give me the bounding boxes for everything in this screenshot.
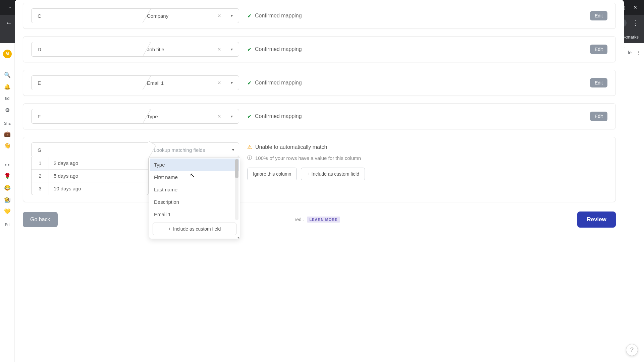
go-back-button[interactable]: Go back: [23, 212, 58, 227]
rail-section-shared: Sha: [4, 121, 11, 125]
mapping-status: ✔ Confirmed mapping: [247, 113, 582, 120]
mapping-status: ✔ Confirmed mapping: [247, 80, 582, 86]
chevron-down-icon[interactable]: ▾: [229, 47, 234, 52]
chevron-down-icon[interactable]: ▾: [229, 80, 234, 85]
dropdown-option-first-name[interactable]: First name: [150, 171, 239, 183]
clear-icon[interactable]: ×: [216, 46, 222, 53]
info-text: 100% of your rows have a value for this …: [255, 155, 361, 161]
row-number: 2: [32, 170, 49, 182]
ignore-column-button[interactable]: Ignore this column: [247, 168, 297, 180]
field-label: Email 1: [147, 80, 213, 86]
chevron-down-icon[interactable]: ▾: [232, 147, 234, 152]
field-select[interactable]: Email 1 × ▾: [142, 79, 239, 87]
mapping-row-e: E Email 1 × ▾ ✔ Confirmed mapping Edit: [23, 70, 616, 96]
dropdown-option-description[interactable]: Description: [150, 196, 239, 208]
mapping-row-g: G Lookup matching fields ▾ Type First na…: [23, 137, 616, 202]
group-emoji-3[interactable]: 🌹: [4, 173, 11, 179]
warning-line: ⚠ Unable to automatically match: [247, 144, 365, 150]
footer-text-fragment: red .: [295, 217, 304, 222]
dropdown-scroll[interactable]: Type First name Last name Description Em…: [150, 159, 239, 221]
column-chip: E Email 1 × ▾: [31, 75, 239, 90]
status-text: Confirmed mapping: [255, 13, 302, 19]
info-line: ⓘ 100% of your rows have a value for thi…: [247, 155, 365, 161]
workspace-avatar[interactable]: M: [3, 50, 12, 58]
rail-section-private: Pri: [5, 223, 9, 227]
column-letter: C: [32, 13, 142, 19]
field-label: Company: [147, 13, 213, 19]
plus-icon: +: [168, 226, 171, 232]
row-number: 3: [32, 182, 49, 195]
column-g-right: ⚠ Unable to automatically match ⓘ 100% o…: [247, 142, 365, 180]
clear-icon[interactable]: ×: [216, 79, 222, 86]
column-chip: G Lookup matching fields ▾ Type First na…: [31, 142, 239, 157]
column-letter: D: [32, 47, 142, 52]
search-icon[interactable]: 🔍: [4, 72, 11, 78]
column-chip: C Company × ▾: [31, 8, 239, 23]
edit-button[interactable]: Edit: [590, 112, 607, 121]
row-value: 10 days ago: [49, 182, 148, 195]
field-select[interactable]: Type × ▾: [142, 112, 239, 120]
chevron-down-icon[interactable]: ▾: [237, 236, 239, 239]
check-icon: ✔: [247, 46, 252, 53]
include-custom-field-button[interactable]: + Include as custom field: [301, 168, 365, 180]
scrollbar-thumb[interactable]: [235, 159, 238, 178]
field-label: Job title: [147, 47, 213, 52]
edit-button[interactable]: Edit: [590, 45, 607, 54]
browser-menu-button[interactable]: ⋮: [631, 19, 640, 27]
group-emoji-5[interactable]: 🧑‍🌾: [4, 196, 11, 203]
group-emoji-2[interactable]: 👋: [4, 142, 11, 149]
import-mapping-modal: C Company × ▾ ✔ Confirmed mapping Edit D…: [15, 0, 624, 362]
column-letter: G: [32, 143, 149, 157]
lookup-field-select[interactable]: Lookup matching fields ▾: [149, 147, 239, 153]
row-value: 2 days ago: [49, 157, 148, 169]
row-number: 1: [32, 157, 49, 169]
edit-button[interactable]: Edit: [590, 11, 607, 20]
background-peek: le ⋮: [623, 47, 644, 58]
chevron-down-icon[interactable]: ▾: [229, 114, 234, 119]
dropdown-include-custom-field[interactable]: + Include as custom field: [153, 223, 236, 235]
mapping-status: ✔ Confirmed mapping: [247, 13, 582, 19]
field-select[interactable]: Company × ▾: [142, 12, 239, 20]
check-icon: ✔: [247, 13, 252, 19]
dropdown-option-last-name[interactable]: Last name: [150, 183, 239, 196]
learn-more-badge[interactable]: LEARN MORE: [307, 217, 340, 223]
edit-button[interactable]: Edit: [590, 78, 607, 87]
dropdown-option-email1[interactable]: Email 1: [150, 208, 239, 221]
row-value: 5 days ago: [49, 170, 148, 182]
group-emoji-1[interactable]: 💼: [4, 131, 11, 137]
gear-icon[interactable]: ⚙: [5, 107, 10, 113]
modal-footer: Go back red . LEARN MORE Review: [23, 209, 616, 234]
back-button[interactable]: ←: [4, 19, 13, 27]
sample-data-table: 1 2 days ago 2 5 days ago 3 10 days ago: [31, 157, 149, 195]
column-chip: F Type × ▾: [31, 109, 239, 124]
mail-icon[interactable]: ✉: [5, 95, 9, 102]
status-text: Confirmed mapping: [255, 113, 302, 119]
chevron-down-icon[interactable]: ▾: [229, 13, 234, 18]
group-emoji-4[interactable]: 😂: [4, 185, 11, 191]
help-button[interactable]: ?: [626, 344, 638, 356]
clear-icon[interactable]: ×: [216, 12, 222, 19]
bell-icon[interactable]: 🔔: [4, 83, 11, 90]
warning-text: Unable to automatically match: [255, 144, 327, 150]
mapping-status: ✔ Confirmed mapping: [247, 46, 582, 53]
table-row: 2 5 days ago: [32, 169, 148, 182]
check-icon: ✔: [247, 113, 252, 120]
close-window-button[interactable]: ✕: [633, 5, 637, 10]
plus-icon: +: [307, 171, 309, 177]
chevron-down-icon: [8, 5, 12, 10]
field-label: Type: [147, 114, 213, 119]
dropdown-option-type[interactable]: Type: [150, 159, 239, 171]
lookup-placeholder: Lookup matching fields: [154, 147, 232, 153]
column-chip: D Job title × ▾: [31, 42, 239, 57]
group-emoji-6[interactable]: 💛: [4, 208, 11, 215]
table-row: 1 2 days ago: [32, 157, 148, 169]
table-row: 3 10 days ago: [32, 182, 148, 195]
left-rail: M 🔍 🔔 ✉ ⚙ Sha 💼 👋 • • 🌹 😂 🧑‍🌾 💛 Pri: [0, 43, 15, 362]
field-select[interactable]: Job title × ▾: [142, 45, 239, 53]
mapping-row-d: D Job title × ▾ ✔ Confirmed mapping Edit: [23, 36, 616, 62]
mapping-row-c: C Company × ▾ ✔ Confirmed mapping Edit: [23, 3, 616, 29]
more-icon[interactable]: • •: [5, 162, 10, 168]
clear-icon[interactable]: ×: [216, 113, 222, 120]
review-button[interactable]: Review: [577, 212, 616, 228]
check-icon: ✔: [247, 80, 252, 86]
